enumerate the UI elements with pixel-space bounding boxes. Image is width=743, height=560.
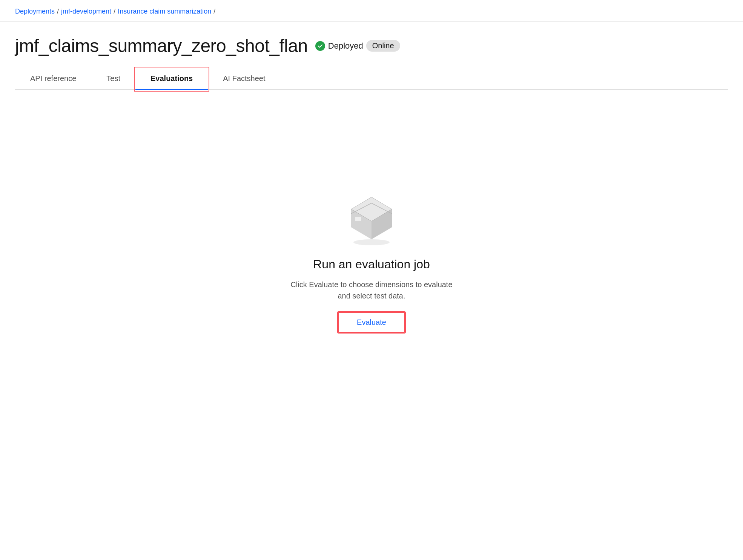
breadcrumb-jmf-development[interactable]: jmf-development	[61, 8, 111, 15]
page-title: jmf_claims_summary_zero_shot_flan	[15, 35, 308, 56]
tab-evaluations[interactable]: Evaluations	[135, 68, 208, 90]
evaluate-button[interactable]: Evaluate	[338, 312, 405, 333]
check-circle-icon	[315, 41, 325, 51]
cube-icon	[341, 187, 402, 247]
empty-state-description: Click Evaluate to choose dimensions to e…	[285, 279, 458, 301]
empty-state-title: Run an evaluation job	[313, 257, 430, 271]
breadcrumb-deployments[interactable]: Deployments	[15, 8, 55, 15]
deployed-label: Deployed	[328, 41, 363, 51]
breadcrumb-sep-1: /	[57, 8, 59, 15]
breadcrumb: Deployments / jmf-development / Insuranc…	[0, 0, 743, 22]
online-badge: Online	[366, 40, 400, 52]
breadcrumb-sep-3: /	[213, 8, 215, 15]
content-area: Run an evaluation job Click Evaluate to …	[0, 90, 743, 429]
title-row: jmf_claims_summary_zero_shot_flan Deploy…	[15, 35, 728, 56]
svg-point-0	[353, 239, 390, 245]
tab-api-reference[interactable]: API reference	[15, 68, 91, 90]
page-header: jmf_claims_summary_zero_shot_flan Deploy…	[0, 22, 743, 90]
breadcrumb-sep-2: /	[114, 8, 115, 15]
tabs-bar: API reference Test Evaluations AI Factsh…	[15, 68, 728, 90]
deployed-status: Deployed Online	[315, 40, 400, 52]
breadcrumb-insurance-claim[interactable]: Insurance claim summarization	[118, 8, 211, 15]
tab-ai-factsheet[interactable]: AI Factsheet	[208, 68, 280, 90]
tab-test[interactable]: Test	[91, 68, 135, 90]
svg-rect-7	[355, 217, 361, 221]
empty-state: Run an evaluation job Click Evaluate to …	[285, 187, 458, 333]
